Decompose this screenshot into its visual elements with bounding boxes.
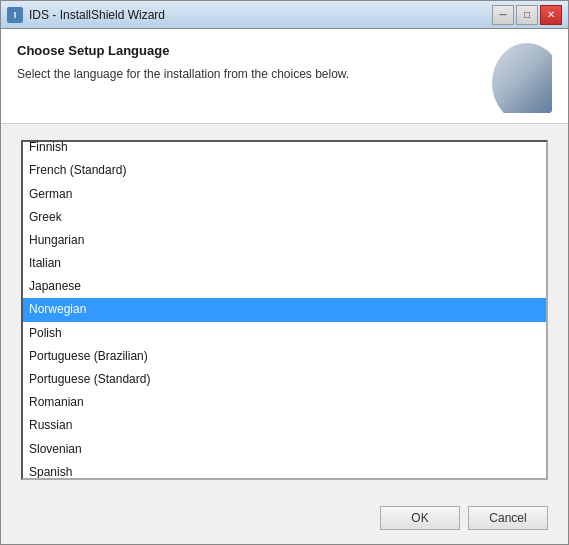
language-listbox[interactable]: Chinese (Simplified)Chinese (Traditional… — [23, 142, 546, 478]
list-item-finnish[interactable]: Finnish — [23, 142, 546, 159]
list-item-russian[interactable]: Russian — [23, 414, 546, 437]
close-button[interactable]: ✕ — [540, 5, 562, 25]
list-item-romanian[interactable]: Romanian — [23, 391, 546, 414]
app-icon: I — [7, 7, 23, 23]
header-subtitle: Select the language for the installation… — [17, 66, 482, 83]
list-item-slovenian[interactable]: Slovenian — [23, 438, 546, 461]
list-item-greek[interactable]: Greek — [23, 206, 546, 229]
list-item-portuguese-brazilian[interactable]: Portuguese (Brazilian) — [23, 345, 546, 368]
list-item-hungarian[interactable]: Hungarian — [23, 229, 546, 252]
minimize-button[interactable]: ─ — [492, 5, 514, 25]
list-item-norwegian[interactable]: Norwegian — [23, 298, 546, 321]
header-content: Choose Setup Language Select the languag… — [17, 43, 482, 83]
header-logo — [482, 43, 552, 113]
window-title: IDS - InstallShield Wizard — [29, 8, 165, 22]
window-controls: ─ □ ✕ — [492, 5, 562, 25]
ok-button[interactable]: OK — [380, 506, 460, 530]
list-item-portuguese-standard[interactable]: Portuguese (Standard) — [23, 368, 546, 391]
header-title: Choose Setup Language — [17, 43, 482, 58]
list-item-italian[interactable]: Italian — [23, 252, 546, 275]
cancel-button[interactable]: Cancel — [468, 506, 548, 530]
list-item-polish[interactable]: Polish — [23, 322, 546, 345]
list-item-japanese[interactable]: Japanese — [23, 275, 546, 298]
footer-panel: OK Cancel — [1, 496, 568, 544]
title-bar: I IDS - InstallShield Wizard ─ □ ✕ — [1, 1, 568, 29]
header-panel: Choose Setup Language Select the languag… — [1, 29, 568, 124]
restore-button[interactable]: □ — [516, 5, 538, 25]
list-item-german[interactable]: German — [23, 183, 546, 206]
content-area: Chinese (Simplified)Chinese (Traditional… — [1, 124, 568, 496]
title-bar-left: I IDS - InstallShield Wizard — [7, 7, 165, 23]
logo-shape — [492, 43, 552, 113]
list-item-french-standard[interactable]: French (Standard) — [23, 159, 546, 182]
list-item-spanish[interactable]: Spanish — [23, 461, 546, 478]
language-listbox-container: Chinese (Simplified)Chinese (Traditional… — [21, 140, 548, 480]
wizard-window: I IDS - InstallShield Wizard ─ □ ✕ Choos… — [0, 0, 569, 545]
